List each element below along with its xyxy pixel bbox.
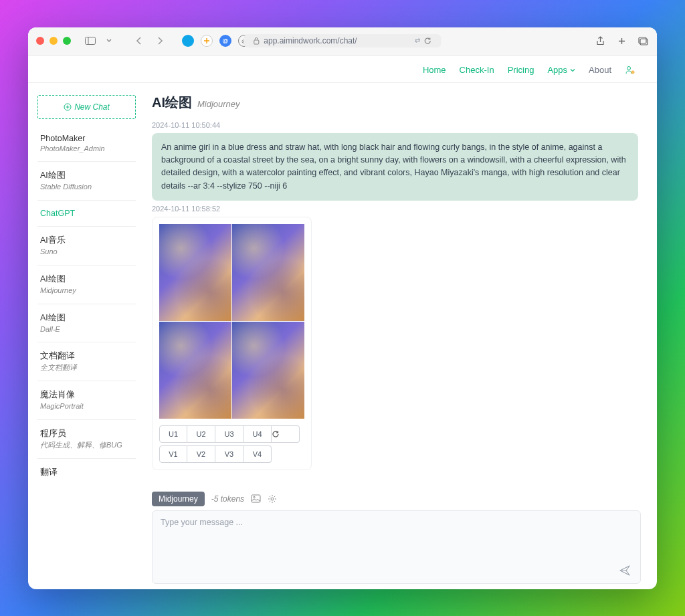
address-bar[interactable]: app.aimindwork.com/chat/ ⇄ [243,34,441,47]
nav-about[interactable]: About [589,65,611,76]
user-message: An anime girl in a blue dress and straw … [152,133,638,201]
plus-icon [64,103,72,111]
back-button[interactable] [132,35,144,47]
v4-button[interactable]: V4 [243,445,272,463]
tabs-overview-icon[interactable] [637,35,649,47]
placeholder-text: Type your message ... [161,518,243,527]
v1-button[interactable]: V1 [159,445,187,463]
svg-rect-0 [86,37,96,45]
generated-image-1[interactable] [159,224,231,321]
refresh-icon [272,430,280,438]
reroll-button[interactable] [272,425,300,443]
u1-button[interactable]: U1 [159,425,187,443]
token-cost: -5 tokens [211,494,244,504]
u2-button[interactable]: U2 [187,425,215,443]
minimize-window-button[interactable] [50,37,58,45]
sidebar-toggle-icon[interactable] [84,35,96,47]
bot-message: U1 U2 U3 U4 V1 V2 V3 V4 [152,217,312,470]
generated-image-3[interactable] [159,322,231,419]
settings-icon[interactable] [268,494,277,504]
message-list: 2024-10-11 10:50:44 An anime girl in a b… [152,117,641,488]
share-icon[interactable] [594,35,606,47]
svg-point-13 [271,498,274,500]
chat-panel: AI绘图 Midjourney 2024-10-11 10:50:44 An a… [145,83,657,589]
image-grid [159,224,304,419]
sidebar-item-magic-portrait[interactable]: 魔法肖像 MagicPortrait [37,381,136,419]
timestamp: 2024-10-11 10:50:44 [152,121,638,129]
lock-icon [253,37,260,45]
sidebar-item-photomaker[interactable]: PhotoMaker PhotoMaker_Admin [37,126,136,162]
composer: Midjourney -5 tokens Type your mes [152,488,641,584]
u3-button[interactable]: U3 [215,425,243,443]
svg-rect-5 [254,40,259,44]
svg-point-12 [254,496,255,498]
page-content: Home Check-In Pricing Apps About New Cha… [28,56,657,589]
u4-button[interactable]: U4 [243,425,272,443]
timestamp: 2024-10-11 10:58:52 [152,205,638,213]
forward-button[interactable] [154,35,166,47]
generated-image-4[interactable] [232,322,304,419]
chat-title: AI绘图 [152,94,192,112]
image-attachment-icon[interactable] [251,494,261,504]
svg-point-8 [627,66,631,70]
extension-icon-2[interactable] [201,35,213,47]
titlebar: @ @ | app.aimindwork.com/chat/ ⇄ [28,27,657,56]
main-area: New Chat PhotoMaker PhotoMaker_Admin AI绘… [28,83,657,589]
generated-image-2[interactable] [232,224,304,321]
close-window-button[interactable] [36,37,44,45]
url-host: app.aimindwork.com/chat/ [264,36,357,45]
chevron-down-icon[interactable] [103,35,115,47]
svg-rect-11 [252,495,260,502]
nav-home[interactable]: Home [423,65,446,76]
extension-icon-3[interactable]: @ [219,35,231,47]
v2-button[interactable]: V2 [187,445,215,463]
sidebar-item-dalle[interactable]: AI绘图 Dall-E [37,304,136,342]
chat-header: AI绘图 Midjourney [152,94,641,112]
nav-apps[interactable]: Apps [547,65,575,76]
extension-icon-1[interactable] [182,35,194,47]
chat-subtitle: Midjourney [197,99,240,109]
app-window: @ @ | app.aimindwork.com/chat/ ⇄ [28,27,657,589]
sidebar-item-suno[interactable]: AI音乐 Suno [37,226,136,265]
sidebar-item-programmer[interactable]: 程序员 代码生成、解释、修BUG [37,419,136,458]
chevron-down-icon [570,68,575,72]
new-tab-icon[interactable] [615,35,627,47]
v3-button[interactable]: V3 [215,445,243,463]
sidebar-item-midjourney[interactable]: AI绘图 Midjourney [37,265,136,304]
sidebar-item-stable-diffusion[interactable]: AI绘图 Stable Diffusion [37,161,136,200]
sidebar-item-chatgpt[interactable]: ChatGPT [37,200,136,226]
top-nav: Home Check-In Pricing Apps About [28,56,657,83]
maximize-window-button[interactable] [63,37,71,45]
sidebar-item-doc-translate[interactable]: 文档翻译 全文档翻译 [37,342,136,381]
sidebar: New Chat PhotoMaker PhotoMaker_Admin AI绘… [28,83,145,589]
variation-buttons: V1 V2 V3 V4 [159,445,304,463]
user-menu-icon[interactable] [625,65,635,76]
reload-icon[interactable] [424,37,432,45]
send-button[interactable] [619,564,631,577]
new-chat-button[interactable]: New Chat [37,95,136,119]
message-input[interactable]: Type your message ... [152,510,641,584]
translate-icon[interactable]: ⇄ [415,37,420,45]
upscale-buttons: U1 U2 U3 U4 [159,425,304,443]
sidebar-item-translate[interactable]: 翻译 [37,458,136,486]
nav-checkin[interactable]: Check-In [460,65,494,76]
nav-pricing[interactable]: Pricing [508,65,534,76]
window-controls [36,37,71,45]
model-badge[interactable]: Midjourney [152,492,205,506]
